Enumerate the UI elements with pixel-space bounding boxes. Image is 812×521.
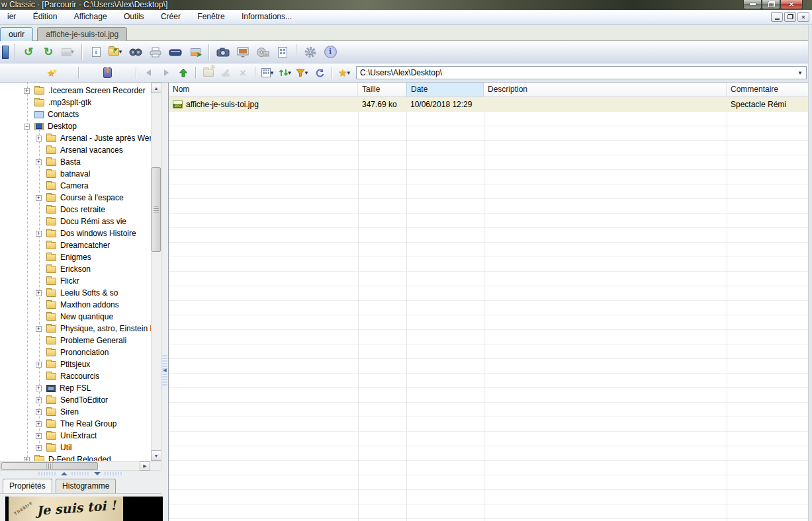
address-dropdown-icon[interactable]: ▼ xyxy=(795,68,805,77)
info-icon[interactable]: i xyxy=(322,44,339,61)
mdi-close-button[interactable]: × xyxy=(797,12,809,22)
up-icon[interactable] xyxy=(176,65,191,80)
forward-icon[interactable] xyxy=(159,65,173,80)
scroll-thumb[interactable] xyxy=(1,462,98,470)
tree-item[interactable]: + Basta xyxy=(0,156,151,168)
tree-expand-box[interactable]: + xyxy=(24,88,30,94)
tree-item[interactable]: Prononciation xyxy=(0,346,151,358)
tree-item[interactable]: Contacts xyxy=(0,108,151,120)
collapse-up-icon[interactable] xyxy=(61,472,68,475)
tree-item[interactable]: Maxthon addons xyxy=(0,299,151,311)
tree-item[interactable]: + Course à l'espace xyxy=(0,192,151,204)
settings-icon[interactable] xyxy=(302,44,319,61)
menu-item[interactable]: Informations... xyxy=(234,10,299,25)
tree-item[interactable]: + .Icecream Screen Recorder xyxy=(0,85,151,97)
close-button[interactable]: ✕ xyxy=(780,0,803,9)
tree-expand-box[interactable]: + xyxy=(36,445,42,451)
back-icon[interactable] xyxy=(142,65,156,80)
tree-item[interactable]: + Physique, astro, Einstein P xyxy=(0,323,151,335)
bottom-panel-splitter[interactable] xyxy=(0,471,161,477)
tree-expand-box[interactable]: + xyxy=(36,362,42,368)
bookmark-icon[interactable] xyxy=(100,65,114,80)
splitter-collapse-handle[interactable]: ◀ xyxy=(162,355,167,385)
address-bar[interactable]: C:\Users\Alex\Desktop\ ▼ xyxy=(356,66,807,79)
tree-item[interactable]: + Ptitsjeux xyxy=(0,358,151,370)
tree-item[interactable]: Enigmes xyxy=(0,251,151,263)
tree-item[interactable]: + SendToEditor xyxy=(0,394,151,406)
tree-item[interactable]: − Desktop xyxy=(0,120,151,132)
tree-item[interactable]: + Rep FSL xyxy=(0,382,151,394)
thumbnails-icon[interactable] xyxy=(274,44,291,61)
tree-item[interactable]: + UniExtract xyxy=(0,430,151,442)
menu-item[interactable]: Créer xyxy=(154,10,188,25)
column-header[interactable]: Description xyxy=(484,83,727,97)
tree-item[interactable]: Probleme Generali xyxy=(0,335,151,346)
tree-item[interactable]: Flickr xyxy=(0,275,151,287)
mdi-restore-button[interactable] xyxy=(784,12,796,22)
file-row[interactable]: JPG affiche-je-suis-toi.jpg 347.69 ko 10… xyxy=(169,97,812,112)
menu-item[interactable]: ier xyxy=(0,10,23,25)
rotate-right-icon[interactable]: ↻ xyxy=(40,44,57,61)
tree-item[interactable]: Camera xyxy=(0,180,151,192)
tree-item[interactable]: Docs retraite xyxy=(0,204,151,216)
tree-expand-box[interactable]: + xyxy=(36,433,42,439)
column-header[interactable]: Commentaire xyxy=(727,83,812,97)
tree-item[interactable]: New quantique xyxy=(0,311,151,323)
print-icon[interactable] xyxy=(147,44,164,61)
star-icon[interactable]: ★▼ xyxy=(338,65,352,80)
scroll-down-button[interactable]: ▼ xyxy=(151,450,161,461)
tree-item[interactable]: Dreamcatcher xyxy=(0,239,151,251)
menu-item[interactable]: Affichage xyxy=(67,10,114,25)
minimize-button[interactable] xyxy=(743,0,762,9)
view-mode-icon[interactable]: ▼ xyxy=(261,65,275,80)
tree-expand-box[interactable]: + xyxy=(36,195,42,201)
tree-item[interactable]: + Dos windows Histoire xyxy=(0,227,151,239)
document-tab[interactable]: ourir xyxy=(0,27,33,41)
menu-item[interactable]: Outils xyxy=(116,10,152,25)
tree-expand-box[interactable]: + xyxy=(36,290,42,296)
tree-expand-box[interactable]: + xyxy=(36,159,42,165)
restore-button[interactable] xyxy=(762,0,780,9)
cd-slideshow-icon[interactable] xyxy=(254,44,271,61)
tree-item[interactable]: + The Real Group xyxy=(0,418,151,430)
menu-item[interactable]: Édition xyxy=(26,10,65,25)
column-header[interactable]: Nom xyxy=(169,83,358,97)
scroll-up-button[interactable]: ▲ xyxy=(151,83,161,93)
tree-expand-box[interactable]: + xyxy=(36,326,42,332)
document-tab[interactable]: affiche-je-suis-toi.jpg xyxy=(37,27,127,41)
tree-item[interactable]: Erickson xyxy=(0,263,151,275)
tree-item[interactable]: + Util xyxy=(0,442,151,454)
delete-icon[interactable]: ✕ xyxy=(236,65,250,80)
filter-icon[interactable]: ▼ xyxy=(295,65,310,80)
mdi-minimize-button[interactable] xyxy=(771,12,783,22)
tree-item[interactable]: Docu Rémi ass vie xyxy=(0,216,151,227)
scan-icon[interactable] xyxy=(167,44,184,61)
tree-vertical-scrollbar[interactable]: ▲ ▼ xyxy=(151,83,161,461)
fullscreen-icon[interactable] xyxy=(234,44,251,61)
scroll-right-button[interactable]: ▶ xyxy=(140,461,150,471)
tree-item[interactable]: + Siren xyxy=(0,406,151,418)
tree-item[interactable]: Raccourcis xyxy=(0,370,151,382)
info-tab[interactable]: Histogramme xyxy=(56,479,116,493)
convert-icon[interactable]: ▼ xyxy=(60,44,77,61)
sort-icon[interactable]: ▼ xyxy=(278,65,293,80)
browse-icon[interactable] xyxy=(1,44,9,61)
tree-expand-box[interactable]: + xyxy=(36,231,42,237)
tree-item[interactable]: batnaval xyxy=(0,168,151,180)
tree-expand-box[interactable]: + xyxy=(36,409,42,415)
column-header[interactable]: Taille xyxy=(358,83,406,97)
favorites-icon[interactable]: ★★ xyxy=(45,65,60,80)
refresh-icon[interactable] xyxy=(312,65,327,80)
info-tab[interactable]: Propriétés xyxy=(3,479,52,493)
tree-horizontal-scrollbar[interactable]: ▶ xyxy=(0,461,161,471)
tree-item[interactable]: + Arsenal - Juste après Weng xyxy=(0,132,151,144)
properties-icon[interactable]: i xyxy=(87,44,105,61)
menu-item[interactable]: Fenêtre xyxy=(190,10,232,25)
tree-expand-box[interactable]: + xyxy=(36,385,42,391)
tree-item[interactable]: Arsenal vacances xyxy=(0,144,151,156)
tree-item[interactable]: .mp3splt-gtk xyxy=(0,97,151,108)
tree-expand-box[interactable]: + xyxy=(36,421,42,427)
new-folder-icon[interactable]: ✳ xyxy=(201,65,216,80)
panel-splitter[interactable]: ◀ xyxy=(161,83,168,521)
tree-item[interactable]: + Leelu Softs & so xyxy=(0,287,151,299)
